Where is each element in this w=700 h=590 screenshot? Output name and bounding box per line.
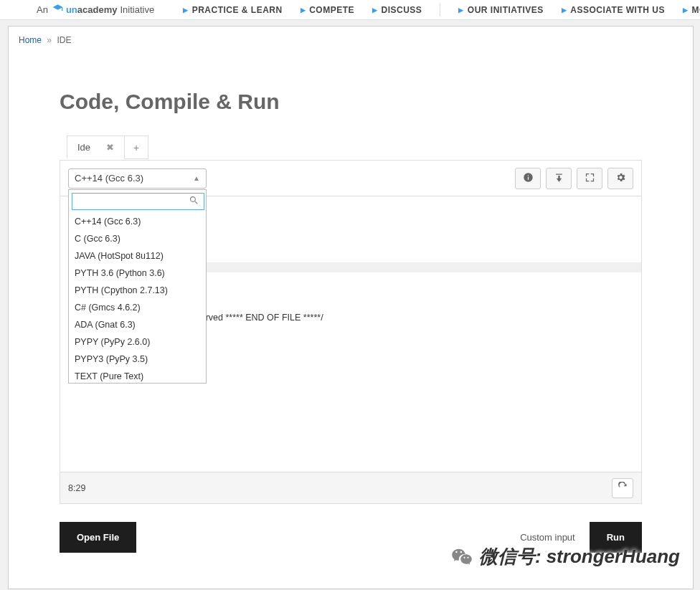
triangle-icon: ▶ [372,6,378,14]
refresh-button[interactable] [612,478,633,498]
toolbar-buttons [515,168,633,189]
nav-label: PRACTICE & LEARN [192,5,283,15]
lang-opt-text[interactable]: TEXT (Pure Text) [69,368,206,383]
info-button[interactable] [515,168,541,189]
logo-prefix: An [37,4,48,15]
triangle-icon: ▶ [183,6,189,14]
nav-label: COMPETE [309,5,354,15]
triangle-icon: ▶ [683,6,689,14]
settings-button[interactable] [607,168,633,189]
nav-label: MORE [691,5,700,15]
editor-panel: C++14 (Gcc 6.3) ▲ C++14 (Gcc 6.3) [60,160,642,504]
info-icon [523,172,534,185]
lang-opt-pyth36[interactable]: PYTH 3.6 (Python 3.6) [69,265,206,282]
logo-suffix: Initiative [120,4,154,15]
logo[interactable]: An unacademy Initiative [37,4,154,16]
lang-opt-java[interactable]: JAVA (HotSpot 8u112) [69,247,206,265]
gear-icon [615,172,626,185]
custom-input-label[interactable]: Custom input [520,532,575,543]
nav-label: ASSOCIATE WITH US [570,5,665,15]
language-search-input[interactable] [72,194,204,209]
action-row: Open File Custom input Run [9,504,693,553]
run-button[interactable]: Run [590,522,642,553]
close-icon[interactable]: ✖ [106,142,114,153]
page-container: Home » IDE Code, Compile & Run Ide ✖ + C… [8,26,694,589]
tabs: Ide ✖ + [9,135,693,160]
language-select-wrap: C++14 (Gcc 6.3) ▲ C++14 (Gcc 6.3) [68,168,207,189]
open-file-button[interactable]: Open File [60,522,136,553]
nav-associate[interactable]: ▶ASSOCIATE WITH US [562,5,665,15]
expand-button[interactable] [577,168,602,189]
hat-icon [52,4,63,16]
tab-add[interactable]: + [125,135,148,159]
breadcrumb-home[interactable]: Home [19,35,42,45]
page-title: Code, Compile & Run [9,54,693,135]
triangle-icon: ▶ [562,6,567,14]
top-nav: An unacademy Initiative ▶PRACTICE & LEAR… [0,0,700,20]
triangle-icon: ▶ [458,6,464,14]
expand-icon [585,172,595,185]
breadcrumb: Home » IDE [9,27,693,54]
chevron-up-icon: ▲ [193,174,200,182]
lang-opt-pyth27[interactable]: PYTH (Cpython 2.7.13) [69,282,206,299]
editor-toolbar: C++14 (Gcc 6.3) ▲ C++14 (Gcc 6.3) [60,161,641,196]
lang-opt-pypy3[interactable]: PYPY3 (PyPy 3.5) [69,351,206,368]
nav-more[interactable]: ▶MORE [683,5,700,15]
lang-opt-cpp14[interactable]: C++14 (Gcc 6.3) [69,213,206,230]
nav-discuss[interactable]: ▶DISCUSS [372,5,422,15]
lang-opt-c[interactable]: C (Gcc 6.3) [69,230,206,247]
tab-ide[interactable]: Ide ✖ [67,135,125,159]
nav-separator [440,4,440,16]
download-button[interactable] [546,168,572,189]
logo-brand-academy: academy [77,4,118,15]
download-icon [554,172,564,185]
nav-items: ▶PRACTICE & LEARN ▶COMPETE ▶DISCUSS ▶OUR… [183,0,700,19]
language-selected: C++14 (Gcc 6.3) [75,173,143,184]
search-icon [189,195,199,208]
language-dropdown: C++14 (Gcc 6.3) C (Gcc 6.3) JAVA (HotSpo… [68,189,207,384]
language-options[interactable]: C++14 (Gcc 6.3) C (Gcc 6.3) JAVA (HotSpo… [69,213,206,383]
tab-label: Ide [77,142,90,153]
lang-opt-csharp[interactable]: C# (Gmcs 4.6.2) [69,299,206,316]
nav-practice[interactable]: ▶PRACTICE & LEARN [183,5,283,15]
breadcrumb-current: IDE [57,35,71,45]
nav-label: DISCUSS [382,5,422,15]
status-bar: 8:29 [60,472,641,503]
language-search [72,193,204,210]
language-select[interactable]: C++14 (Gcc 6.3) ▲ [68,168,207,189]
nav-initiatives[interactable]: ▶OUR INITIATIVES [458,5,543,15]
logo-brand-un: un [66,4,77,15]
breadcrumb-sep: » [47,35,52,45]
nav-label: OUR INITIATIVES [468,5,544,15]
triangle-icon: ▶ [301,6,306,14]
right-actions: Custom input Run [520,522,642,553]
refresh-icon [618,482,628,495]
language-search-wrap [69,190,206,213]
cursor-position: 8:29 [68,483,85,493]
nav-compete[interactable]: ▶COMPETE [301,5,354,15]
lang-opt-pypy[interactable]: PYPY (PyPy 2.6.0) [69,333,206,351]
lang-opt-ada[interactable]: ADA (Gnat 6.3) [69,316,206,333]
